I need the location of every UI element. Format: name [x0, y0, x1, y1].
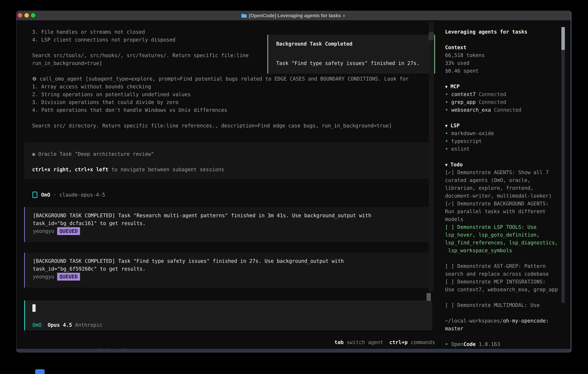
- context-used: 33% used: [445, 59, 571, 67]
- lsp-item: •eslint: [445, 145, 571, 153]
- background-task-toast: Background Task Completed Task "Find typ…: [267, 35, 435, 74]
- tool-call-block: ⚙ call_omo_agent [subagent_type=explore,…: [32, 75, 409, 130]
- todo-line: Run parallel tasks with different: [445, 208, 571, 215]
- todo-line: librarian, explore, frontend,: [445, 184, 571, 192]
- tool-call-line: 2. String operations on potentially unde…: [32, 91, 409, 98]
- todo-line: Use context7, websearch_exa, grep_app: [445, 286, 571, 293]
- tool-call-line: Search src/ directory. Return specific f…: [32, 122, 409, 130]
- traffic-lights: [18, 13, 35, 18]
- main-scrollbar[interactable]: [429, 22, 434, 291]
- agent-header: OmO · claude-opus-4-5: [32, 191, 105, 199]
- status-dot-icon: •: [445, 91, 448, 97]
- mcp-item: •grep_appConnected: [445, 98, 571, 106]
- terminal-content: 3. File handles or streams not closed4. …: [17, 21, 571, 349]
- todo-line: lsp_find_references, lsp_diagnostics,: [445, 239, 571, 247]
- todo-line: [ ] Demonstrate MCP INTEGRATIONS:: [445, 278, 571, 286]
- task-message-meta: yeongyuQUEUED: [33, 227, 432, 235]
- input-meta-row: OmO Opus 4.5 Anthropic: [32, 321, 103, 329]
- agent-icon: [32, 192, 37, 198]
- text-cursor: [32, 304, 36, 312]
- status-dot-icon: •: [445, 146, 448, 152]
- context-tokens: 66,518 tokens: [445, 51, 571, 59]
- session-status-icon: ◐: [343, 13, 346, 18]
- record-icon: ◉: [32, 151, 35, 157]
- scrollback-line: run_in_background=true]: [32, 59, 249, 67]
- app-window: [OpenCode] Leveraging agents for tasks ◐…: [16, 11, 571, 353]
- status-dot-icon: •: [445, 130, 448, 136]
- lsp-section-header[interactable]: ▼LSP: [445, 122, 571, 129]
- hint-text: to navigate between subagent sessions: [108, 166, 224, 172]
- status-dot-icon: •: [445, 107, 448, 113]
- tool-call-text: call_omo_agent [subagent_type=explore, p…: [40, 76, 409, 82]
- agent-model: · claude-opus-4-5: [50, 191, 105, 199]
- collapse-icon: ▼: [445, 123, 448, 128]
- window-bottom-edge: [17, 349, 571, 352]
- context-spent: $0.46 spent: [445, 67, 571, 75]
- todo-line: [ ] Demonstrate AST-GREP: Pattern: [445, 262, 571, 270]
- lsp-item: •typescript: [445, 137, 571, 145]
- version-line: •OpenCode 1.0.163: [445, 340, 571, 348]
- task-messages: [BACKGROUND TASK COMPLETED] Task "Resear…: [24, 207, 432, 298]
- mcp-item: •context7Connected: [445, 90, 571, 98]
- tool-call-line: [32, 114, 409, 122]
- todo-line: lsp_workspace_symbols: [445, 247, 571, 254]
- tool-call-lines: 1. Array access without bounds checking2…: [32, 83, 409, 130]
- sidebar-scrollbar-thumb[interactable]: [561, 27, 565, 50]
- status-dot-icon: •: [445, 138, 448, 144]
- toast-body: Task "Find type safety issues" finished …: [276, 59, 434, 67]
- todo-line: [ ] Demonstrate LSP TOOLS: Use: [445, 223, 571, 231]
- scrollback-line: 4. LSP client connections not properly d…: [32, 36, 249, 44]
- collapse-icon: ▼: [445, 84, 448, 89]
- prompt-input[interactable]: OmO Opus 4.5 Anthropic: [24, 300, 432, 330]
- todo-line: [445, 254, 571, 262]
- task-message-line2: task_id="bg_6f59260c" to get results.: [33, 265, 432, 273]
- zoom-button[interactable]: [31, 13, 35, 18]
- todo-list: [✓] Demonstrate AGENTS: Show all 7curate…: [445, 168, 571, 309]
- main-scrollbar-thumb[interactable]: [429, 32, 434, 40]
- tool-call-header: ⚙ call_omo_agent [subagent_type=explore,…: [32, 75, 409, 83]
- input-model-name[interactable]: Opus 4.5: [42, 322, 72, 328]
- scrollback-line: 3. File handles or streams not closed: [32, 28, 249, 36]
- tool-call-line: 1. Array access without bounds checking: [32, 83, 409, 91]
- oracle-task-box[interactable]: ◉ Oracle Task "Deep architecture review"…: [24, 142, 432, 179]
- status-bar: ········· esc interrupt tab switch agent…: [26, 338, 435, 346]
- ctrlp-key-hint: ctrl+p: [383, 339, 408, 345]
- window-titlebar: [OpenCode] Leveraging agents for tasks ◐: [17, 11, 571, 21]
- minimize-button[interactable]: [24, 13, 29, 18]
- task-user: yeongyu: [33, 228, 54, 234]
- status-bar-right: tab switch agent ctrl+p commands: [335, 338, 435, 346]
- dock-item[interactable]: [35, 369, 45, 374]
- hint-key-right: ctrl+x right,: [32, 166, 72, 172]
- background-task-message[interactable]: [BACKGROUND TASK COMPLETED] Task "Find t…: [24, 253, 432, 288]
- background-task-message[interactable]: [BACKGROUND TASK COMPLETED] Task "Resear…: [24, 207, 432, 242]
- agent-name: OmO: [41, 191, 50, 199]
- todo-line: [✓] Demonstrate BACKGROUND AGENTS:: [445, 200, 571, 208]
- status-dot-icon: •: [445, 99, 448, 105]
- workspace-path: ~/local-workspaces/oh-my-opencode:: [445, 317, 571, 325]
- toast-title: Background Task Completed: [276, 40, 434, 48]
- status-badge: QUEUED: [57, 273, 80, 280]
- todo-line: document-writer, multimodal-looker): [445, 192, 571, 200]
- subagent-nav-hint: ctrl+x right, ctrl+x left to navigate be…: [32, 166, 432, 173]
- collapse-icon: ▼: [445, 162, 448, 167]
- chat-scrollbar-thumb[interactable]: [427, 293, 431, 301]
- context-heading: Context: [445, 43, 571, 51]
- folder-icon: [241, 13, 247, 18]
- scrollback-line: Search src/tools/, src/hooks/, src/featu…: [32, 52, 249, 59]
- input-agent-name[interactable]: OmO: [32, 322, 42, 328]
- todo-section-header[interactable]: ▼Todo: [445, 161, 571, 168]
- tab-key-hint: tab: [335, 339, 344, 345]
- mcp-item: •websearch_exaConnected: [445, 106, 571, 114]
- tab-key-label: switch agent: [344, 339, 383, 345]
- task-message-line2: task_id="bg_dcfac161" to get results.: [33, 219, 432, 227]
- close-button[interactable]: [18, 13, 22, 18]
- ctrlp-key-label: commands: [408, 339, 435, 345]
- session-title: Leveraging agents for tasks: [445, 28, 571, 36]
- task-message-line1: [BACKGROUND TASK COMPLETED] Task "Find t…: [33, 257, 432, 265]
- status-dot-icon: •: [445, 341, 448, 347]
- lsp-items: •markdown-oxide•typescript•eslint: [445, 129, 571, 153]
- todo-line: [✓] Demonstrate AGENTS: Show all 7: [445, 168, 571, 176]
- scrollback-line: [32, 44, 249, 52]
- sidebar-scrollbar[interactable]: [561, 27, 565, 303]
- mcp-section-header[interactable]: ▼MCP: [445, 83, 571, 90]
